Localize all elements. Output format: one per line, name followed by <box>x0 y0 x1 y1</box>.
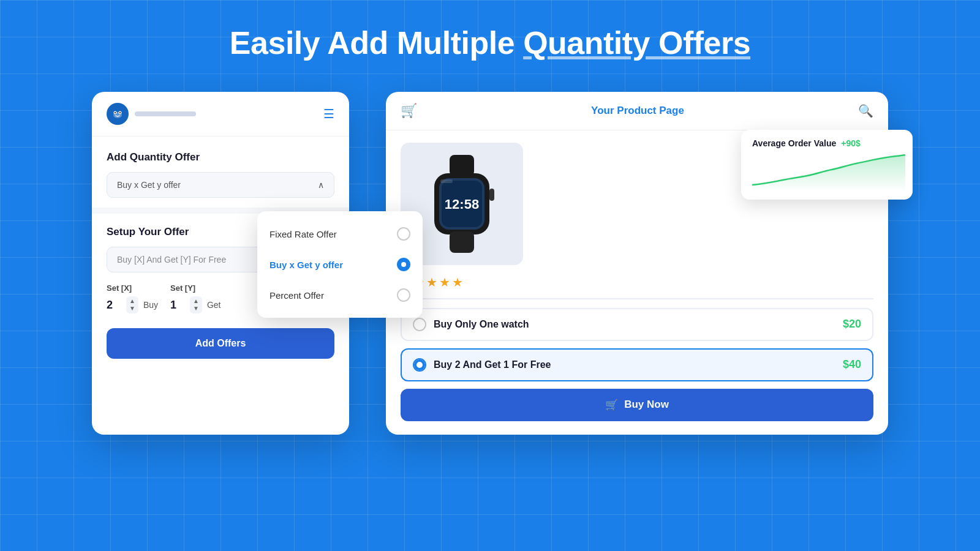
svg-point-4 <box>115 112 116 113</box>
offer-option-1[interactable]: Buy Only One watch $20 <box>401 308 873 341</box>
logo-icon <box>107 103 129 125</box>
svg-rect-13 <box>440 179 453 183</box>
chevron-up-icon: ∧ <box>318 180 324 190</box>
buy-now-label: Buy Now <box>624 399 669 411</box>
aov-chart <box>752 154 902 191</box>
dropdown-item-percent[interactable]: Percent Offer <box>257 280 423 310</box>
stepper-y-row: 1 ▲ ▼ Get <box>170 296 221 313</box>
set-x-group: Set [X] 2 ▲ ▼ Buy <box>107 283 158 313</box>
y-stepper[interactable]: ▲ ▼ <box>190 296 202 313</box>
offer-1-price: $20 <box>843 318 861 331</box>
star-5: ★ <box>452 275 463 290</box>
add-offers-label: Add Offers <box>195 338 246 349</box>
dropdown-item-buy-x-get-y[interactable]: Buy x Get y offer <box>257 249 423 280</box>
set-y-group: Set [Y] 1 ▲ ▼ Get <box>170 283 221 313</box>
stepper-x-row: 2 ▲ ▼ Buy <box>107 296 158 313</box>
offer-option-1-left: Buy Only One watch <box>413 318 529 331</box>
offer-2-text: Buy 2 And Get 1 For Free <box>434 359 551 370</box>
x-down-arrow: ▼ <box>129 305 135 312</box>
hero-title-highlight: Quantity Offers <box>523 25 750 61</box>
right-panel: 🛒 Your Product Page 🔍 Average Order Valu… <box>386 92 888 435</box>
panel-logo <box>107 103 196 125</box>
aov-title-row: Average Order Value +90$ <box>752 138 902 148</box>
svg-rect-12 <box>489 189 494 201</box>
cart-icon: 🛒 <box>401 103 417 119</box>
dropdown-menu: Fixed Rate Offer Buy x Get y offer Perce… <box>257 211 423 318</box>
offer-2-price: $40 <box>843 358 861 371</box>
right-panel-header: 🛒 Your Product Page 🔍 <box>386 92 888 130</box>
dropdown-item-fixed-label: Fixed Rate Offer <box>270 229 337 239</box>
offer-radio-1 <box>413 318 426 331</box>
x-stepper[interactable]: ▲ ▼ <box>126 296 138 313</box>
hero-title-part1: Easily Add Multiple <box>230 25 523 61</box>
hero-title: Easily Add Multiple Quantity Offers <box>230 24 750 61</box>
radio-fixed <box>397 227 410 241</box>
cart-btn-icon: 🛒 <box>605 399 618 411</box>
hamburger-icon[interactable]: ☰ <box>323 107 334 121</box>
y-down-arrow: ▼ <box>193 305 199 312</box>
x-action: Buy <box>143 300 158 310</box>
svg-rect-6 <box>450 155 474 176</box>
add-quantity-offer-title: Add Quantity Offer <box>107 151 334 163</box>
dropdown-item-fixed[interactable]: Fixed Rate Offer <box>257 219 423 249</box>
panel-body: Add Quantity Offer Buy x Get y offer ∧ F… <box>92 137 349 373</box>
y-action: Get <box>207 300 221 310</box>
offer-type-dropdown[interactable]: Buy x Get y offer ∧ <box>107 172 334 198</box>
aov-card: Average Order Value +90$ <box>741 130 913 200</box>
watch-svg: 12:58 <box>422 155 502 253</box>
left-panel: ☰ Add Quantity Offer Buy x Get y offer ∧… <box>92 92 349 435</box>
aov-value: +90$ <box>841 138 861 148</box>
offer-option-2[interactable]: Buy 2 And Get 1 For Free $40 <box>401 348 873 381</box>
radio-buyxgety <box>397 258 410 271</box>
set-y-label: Set [Y] <box>170 283 221 293</box>
stars-row: ★ ★ ★ ★ ★ <box>401 275 873 290</box>
product-page-title: Your Product Page <box>591 105 684 117</box>
offer-option-2-left: Buy 2 And Get 1 For Free <box>413 358 551 372</box>
x-value: 2 <box>107 299 121 312</box>
aov-title: Average Order Value <box>752 138 836 148</box>
star-3: ★ <box>426 275 437 290</box>
add-offers-button[interactable]: Add Offers <box>107 328 334 359</box>
divider-line <box>401 298 873 299</box>
x-up-arrow: ▲ <box>129 298 135 305</box>
dropdown-selected-text: Buy x Get y offer <box>117 180 181 190</box>
dropdown-item-buyxgety-label: Buy x Get y offer <box>270 260 343 270</box>
offer-1-text: Buy Only One watch <box>434 319 529 330</box>
logo-bar <box>135 111 196 116</box>
set-x-label: Set [X] <box>107 283 158 293</box>
offer-radio-2 <box>413 358 426 372</box>
panel-header: ☰ <box>92 92 349 137</box>
star-4: ★ <box>439 275 450 290</box>
page-container: Easily Add Multiple Quantity Offers <box>0 0 980 551</box>
search-icon[interactable]: 🔍 <box>858 103 873 118</box>
radio-percent <box>397 288 410 302</box>
buy-now-button[interactable]: 🛒 Buy Now <box>401 389 873 421</box>
dropdown-item-percent-label: Percent Offer <box>270 290 324 301</box>
panels-row: ☰ Add Quantity Offer Buy x Get y offer ∧… <box>92 92 888 435</box>
y-value: 1 <box>170 299 185 312</box>
svg-rect-11 <box>450 231 474 253</box>
svg-point-5 <box>119 112 121 113</box>
svg-text:12:58: 12:58 <box>445 197 479 212</box>
y-up-arrow: ▲ <box>193 298 199 305</box>
